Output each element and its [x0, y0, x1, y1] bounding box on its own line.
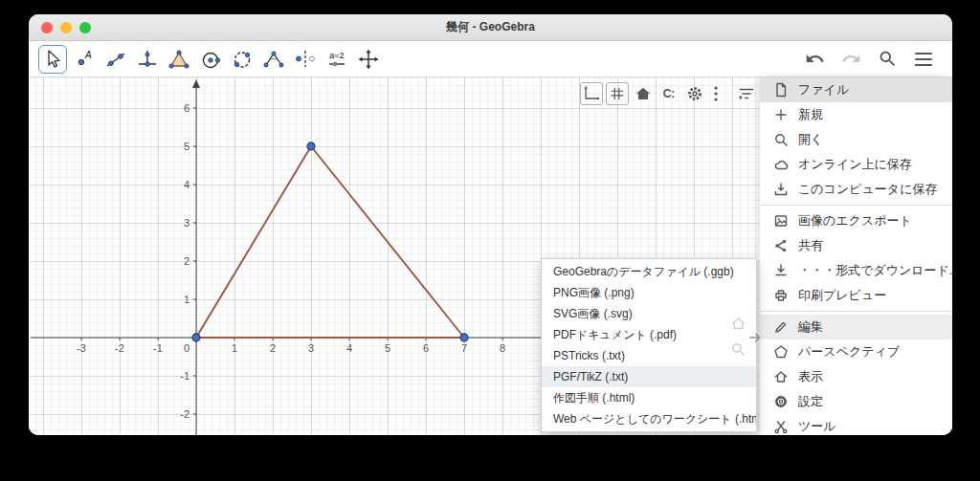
compass-tool-icon	[230, 47, 255, 72]
download-format-menu: GeoGebraのデータファイル (.ggb) PNG画像 (.png) SVG…	[541, 258, 757, 432]
menu-item-label: 編集	[798, 318, 823, 336]
tools-icon	[773, 419, 789, 434]
zoom-window-button[interactable]	[79, 22, 91, 33]
menu-item-share[interactable]: 共有	[760, 233, 952, 258]
settings-gear-icon	[773, 394, 789, 409]
point-tool-icon: A	[72, 47, 97, 72]
tool-point[interactable]: A	[70, 45, 99, 74]
magnifier-icon	[773, 132, 789, 147]
pentagon-icon	[773, 344, 789, 360]
menu-item-new[interactable]: 新規	[760, 102, 952, 127]
undo-button[interactable]	[803, 48, 826, 71]
tool-perpendicular[interactable]	[133, 45, 162, 74]
vertex-point[interactable]	[460, 334, 468, 341]
tool-reflect[interactable]	[291, 45, 320, 74]
tool-polygon[interactable]	[165, 45, 193, 74]
title-bar[interactable]: 幾何 - GeoGebra	[29, 14, 952, 41]
tool-move[interactable]	[38, 45, 67, 74]
menu-item-perspectives[interactable]: パースペクティブ	[760, 339, 952, 364]
menu-item-file[interactable]: ファイル	[760, 77, 952, 102]
menu-item-print-preview[interactable]: 印刷プレビュー	[760, 283, 952, 308]
stylebar-toggle-button[interactable]	[734, 82, 759, 105]
menu-divider	[760, 205, 952, 206]
x-tick-label: 3	[308, 342, 314, 354]
image-icon	[773, 213, 789, 229]
graphics-settings-button[interactable]	[683, 82, 706, 105]
save-to-computer-icon	[773, 182, 789, 197]
export-item-construction-protocol[interactable]: 作図手順 (.html)	[542, 387, 756, 408]
x-tick-label: 7	[461, 342, 467, 354]
close-window-button[interactable]	[41, 22, 53, 33]
polygon-tool-icon	[167, 47, 191, 72]
menu-item-tools[interactable]: ツール	[760, 414, 952, 435]
geogebra-window: 幾何 - GeoGebra A	[29, 14, 952, 435]
menu-item-save-online[interactable]: オンライン上に保存	[760, 152, 952, 177]
tool-circle-center[interactable]	[196, 45, 225, 74]
axes-toggle-button[interactable]	[580, 82, 603, 105]
main-menu-button[interactable]	[912, 48, 935, 71]
graphics-view-toolbar: C:	[580, 82, 759, 105]
move-cursor-icon	[40, 47, 65, 72]
x-tick-label: -2	[115, 342, 124, 354]
export-item-png[interactable]: PNG画像 (.png)	[542, 282, 756, 303]
grid-icon	[608, 84, 627, 103]
tool-pan[interactable]	[354, 45, 383, 74]
tool-circle-two-points[interactable]	[228, 45, 256, 74]
kebab-menu-icon	[713, 85, 719, 102]
export-item-pdf[interactable]: PDFドキュメント (.pdf)	[542, 324, 756, 345]
menu-divider	[760, 311, 952, 312]
minimize-window-button[interactable]	[60, 22, 72, 33]
export-item-web-worksheet[interactable]: Web ページとしてのワークシート (.html)	[542, 408, 756, 429]
export-item-svg[interactable]: SVG画像 (.svg)	[542, 303, 756, 324]
main-menu-drawer: ファイル 新規 開く オンライン上に保存 このコンピュータに保存	[760, 77, 952, 435]
tool-line[interactable]	[101, 45, 130, 74]
gear-icon	[685, 84, 704, 103]
x-tick-label: -1	[153, 342, 163, 354]
y-tick-label: 2	[184, 255, 189, 267]
menu-item-view[interactable]: 表示	[760, 364, 952, 389]
export-item-pgf-tikz[interactable]: PGF/TikZ (.txt)	[542, 366, 756, 387]
menu-item-label: オンライン上に保存	[798, 156, 912, 173]
tool-slider[interactable]: a=2	[323, 45, 351, 74]
menu-item-label: ツール	[798, 418, 836, 435]
search-button[interactable]	[876, 48, 899, 71]
traffic-lights	[41, 22, 91, 33]
line-tool-icon	[103, 47, 128, 72]
menu-item-settings[interactable]: 設定	[760, 389, 952, 414]
menu-item-label: 共有	[798, 237, 823, 254]
angle-tool-icon	[261, 47, 286, 72]
capture-button[interactable]: C:	[657, 82, 680, 105]
graphics-more-button[interactable]	[709, 82, 723, 105]
grid-toggle-button[interactable]	[606, 82, 629, 105]
reset-view-button[interactable]	[730, 316, 746, 332]
home-view-button[interactable]	[632, 82, 655, 105]
menu-item-label: 新規	[798, 106, 823, 123]
menu-item-edit[interactable]: 編集	[760, 315, 952, 339]
y-tick-label: 3	[184, 217, 189, 229]
zoom-view-button[interactable]	[730, 341, 746, 358]
menu-item-label: 印刷プレビュー	[798, 287, 886, 304]
filter-lines-icon	[736, 84, 757, 103]
x-tick-label: 6	[423, 342, 429, 354]
vertex-point[interactable]	[307, 142, 315, 150]
vertex-point[interactable]	[192, 334, 200, 341]
menu-item-open[interactable]: 開く	[760, 127, 952, 152]
x-tick-label: 2	[270, 342, 276, 354]
export-item-ggb[interactable]: GeoGebraのデータファイル (.ggb)	[542, 261, 756, 282]
x-tick-label: 4	[346, 342, 352, 354]
printer-icon	[773, 288, 789, 303]
submenu-arrow-icon	[748, 331, 762, 348]
reflect-tool-icon	[293, 47, 318, 72]
menu-item-download-as[interactable]: ・・・形式でダウンロード...	[760, 258, 952, 283]
tool-bar: A	[29, 41, 952, 77]
menu-item-export-image[interactable]: 画像のエクスポート	[760, 208, 952, 233]
toolbar-right-group	[803, 48, 943, 71]
x-tick-label: 1	[232, 342, 237, 354]
redo-button[interactable]	[839, 48, 862, 71]
menu-item-save-computer[interactable]: このコンピュータに保存	[760, 177, 952, 202]
export-item-pstricks[interactable]: PSTricks (.txt)	[542, 345, 756, 366]
tool-angle[interactable]	[259, 45, 288, 74]
y-tick-label: 1	[184, 294, 189, 305]
circle-center-tool-icon	[198, 47, 223, 72]
triangle-polygon[interactable]	[196, 146, 464, 338]
